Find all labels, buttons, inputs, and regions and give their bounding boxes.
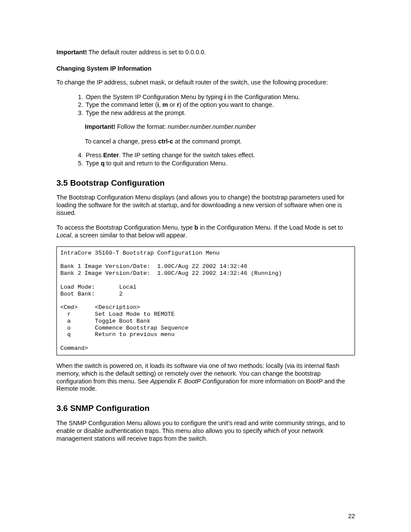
step-2: Type the command letter (i, m or r) of t… — [85, 101, 355, 109]
cancel-text-b: at the command prompt. — [173, 138, 242, 145]
important-note: Important! The default router address is… — [56, 49, 355, 56]
heading-3-6: 3.6 SNMP Configuration — [56, 403, 355, 414]
step4-text-a: Press — [86, 152, 103, 159]
steps-list-part2: Press Enter. The IP setting change for t… — [56, 152, 355, 168]
step-3: Type the new address at the prompt. — [85, 109, 355, 117]
section35-para3: When the switch is powered on, it loads … — [56, 362, 355, 393]
step5-key: q — [101, 160, 105, 167]
step-1: Open the System IP Configuration Menu by… — [85, 93, 355, 101]
important-text: The default router address is set to 0.0… — [87, 49, 206, 56]
step2-or: or — [168, 101, 177, 108]
s35p2-c: , a screen similar to that below will ap… — [71, 232, 187, 239]
bootstrap-config-screen: IntraCore 35160-T Bootstrap Configuratio… — [56, 246, 355, 355]
step2-comma: , — [159, 101, 162, 108]
important-label: Important! — [56, 49, 87, 56]
s35p2-local: Local — [56, 232, 71, 239]
step-5: Type q to quit and return to the Configu… — [85, 160, 355, 168]
subheading-changing-ip: Changing System IP Information — [56, 65, 355, 73]
section35-para2: To access the Bootstrap Configuration Me… — [56, 224, 355, 240]
cancel-text-a: To cancel a change, press — [85, 138, 158, 145]
note-text-a: Follow the format: — [115, 123, 168, 130]
step1-text-a: Open the System IP Configuration Menu by… — [86, 93, 224, 100]
note-label: Important! — [85, 123, 115, 130]
step2-text-b: ) of the option you want to change. — [179, 101, 274, 108]
s35p2-b: in the Configuration Menu. If the Load M… — [198, 224, 343, 231]
heading-3-5: 3.5 Bootstrap Configuration — [56, 178, 355, 188]
page-number: 22 — [348, 513, 355, 520]
step2-text-a: Type the command letter ( — [86, 101, 157, 108]
changing-ip-intro: To change the IP address, subnet mask, o… — [56, 79, 355, 87]
s35p3-ref: Appendix F. BootP Configuration — [150, 378, 239, 385]
note-format: number.number.number.number — [168, 123, 255, 130]
s35p2-key: b — [194, 224, 198, 231]
page-content: Important! The default router address is… — [0, 0, 411, 443]
step1-text-c: in the Configuration Menu. — [226, 93, 300, 100]
s35p2-a: To access the Bootstrap Configuration Me… — [56, 224, 194, 231]
steps-list-part1: Open the System IP Configuration Menu by… — [56, 93, 355, 118]
step-4: Press Enter. The IP setting change for t… — [85, 152, 355, 159]
section36-para1: The SNMP Configuration Menu allows you t… — [56, 420, 355, 443]
section35-para1: The Bootstrap Configuration Menu display… — [56, 194, 355, 217]
cancel-note: To cancel a change, press ctrl-c at the … — [85, 138, 355, 146]
step5-text-b: to quit and return to the Configuration … — [105, 160, 227, 167]
format-note: Important! Follow the format: number.num… — [85, 123, 355, 131]
step4-key: Enter — [103, 152, 119, 159]
cancel-key: ctrl-c — [158, 138, 173, 145]
step3-note-block: Important! Follow the format: number.num… — [85, 123, 355, 146]
step2-key-m: m — [162, 101, 168, 108]
step5-text-a: Type — [86, 160, 101, 167]
step4-text-b: . The IP setting change for the switch t… — [119, 152, 255, 159]
